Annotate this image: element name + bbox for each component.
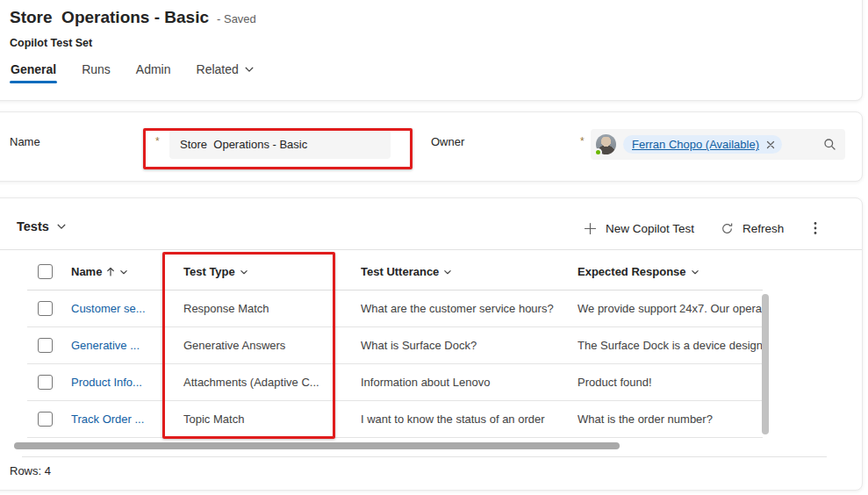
subgrid-toolbar: New Copilot Test Refresh — [584, 216, 817, 240]
test-type-cell: Response Match — [183, 302, 361, 315]
owner-lookup-field[interactable]: Ferran Chopo (Available) — [591, 129, 845, 160]
table-row: Track Order ... Topic Match I want to kn… — [27, 401, 763, 438]
presence-available-dot — [594, 148, 602, 156]
test-name-link[interactable]: Customer se... — [71, 302, 146, 315]
refresh-button[interactable]: Refresh — [721, 222, 784, 235]
test-type-cell: Attachments (Adaptive C... — [183, 376, 361, 389]
tab-general[interactable]: General — [10, 61, 57, 87]
save-status: - Saved — [217, 12, 256, 25]
tab-bar: General Runs Admin Related — [10, 61, 255, 87]
tests-section-header[interactable]: Tests — [17, 219, 67, 233]
tests-section-title: Tests — [17, 219, 49, 233]
table-row: Product Info... Attachments (Adaptive C.… — [27, 364, 763, 401]
vertical-ellipsis-icon[interactable] — [814, 221, 817, 235]
test-name-link[interactable]: Generative ... — [71, 339, 140, 352]
rows-count: Rows: 4 — [10, 464, 51, 477]
footer-divider — [22, 456, 827, 457]
record-header-card: Store Operations - Basic - Saved Copilot… — [0, 0, 863, 101]
chevron-down-icon — [240, 268, 248, 276]
table-header-row: Name Test Type — [27, 254, 763, 291]
expected-response-cell: We provide support 24x7. Our opera — [577, 302, 763, 315]
name-input[interactable]: Store Operations - Basic — [169, 130, 391, 159]
tab-related-label: Related — [197, 62, 239, 76]
expected-response-cell: The Surface Dock is a device designe — [577, 339, 763, 352]
table-body: Customer se... Response Match What are t… — [27, 291, 763, 438]
expected-response-cell: Product found! — [577, 376, 763, 389]
column-header-test-utterance[interactable]: Test Utterance — [361, 265, 577, 278]
table-row: Generative ... Generative Answers What i… — [27, 327, 763, 364]
test-type-cell: Topic Match — [183, 412, 361, 426]
test-utterance-cell: What is Surface Dock? — [361, 339, 577, 352]
page-title: Store Operations - Basic — [10, 8, 209, 27]
horizontal-scrollbar-thumb[interactable] — [14, 442, 620, 449]
test-type-cell: Generative Answers — [183, 339, 361, 352]
refresh-icon — [721, 222, 734, 235]
app-page: Store Operations - Basic - Saved Copilot… — [0, 0, 868, 495]
tab-runs[interactable]: Runs — [81, 61, 111, 87]
tab-admin-label: Admin — [136, 62, 171, 76]
tests-subgrid-card: Tests New Copilot Test Refresh — [0, 197, 863, 491]
column-header-test-type[interactable]: Test Type — [183, 265, 361, 278]
test-utterance-cell: I want to know the status of an order — [361, 412, 577, 426]
new-copilot-test-button[interactable]: New Copilot Test — [584, 222, 694, 235]
title-row: Store Operations - Basic - Saved — [10, 8, 256, 27]
column-header-name[interactable]: Name — [71, 265, 183, 278]
chevron-down-icon — [119, 268, 128, 276]
general-form-card: Name * Store Operations - Basic Owner * … — [0, 111, 863, 182]
toolbar-divider — [0, 249, 862, 250]
table-row: Customer se... Response Match What are t… — [27, 291, 763, 327]
tab-general-label: General — [11, 62, 56, 76]
vertical-scrollbar-thumb[interactable] — [762, 294, 769, 434]
select-all-checkbox[interactable] — [38, 264, 53, 279]
chevron-down-icon — [56, 221, 67, 232]
arrow-up-icon — [106, 267, 115, 276]
row-checkbox[interactable] — [38, 301, 53, 316]
row-checkbox[interactable] — [38, 375, 53, 390]
owner-field-label: Owner — [431, 135, 464, 148]
entity-type-label: Copilot Test Set — [10, 37, 92, 49]
name-field-label: Name — [10, 135, 40, 148]
expected-response-cell: What is the order number? — [577, 412, 763, 426]
test-name-link[interactable]: Product Info... — [71, 376, 142, 389]
new-copilot-test-label: New Copilot Test — [606, 222, 694, 235]
owner-record-link[interactable]: Ferran Chopo (Available) — [632, 138, 759, 151]
tab-runs-label: Runs — [82, 62, 111, 76]
chevron-down-icon — [244, 64, 255, 75]
tests-table: Name Test Type — [27, 254, 763, 438]
test-utterance-cell: What are the customer service hours? — [361, 302, 577, 315]
name-required-marker: * — [155, 135, 160, 147]
column-header-expected-response[interactable]: Expected Response — [577, 265, 763, 278]
tab-admin[interactable]: Admin — [135, 61, 172, 87]
test-name-link[interactable]: Track Order ... — [71, 412, 144, 426]
test-utterance-cell: Information about Lenovo — [361, 376, 577, 389]
plus-icon — [584, 222, 597, 235]
tab-related[interactable]: Related — [196, 61, 255, 87]
magnifier-icon[interactable] — [823, 138, 836, 151]
refresh-label: Refresh — [742, 222, 784, 235]
chevron-down-icon — [443, 268, 452, 276]
row-checkbox[interactable] — [38, 412, 53, 427]
close-x-icon[interactable] — [766, 140, 775, 149]
owner-record-pill: Ferran Chopo (Available) — [623, 135, 782, 154]
owner-required-marker: * — [580, 135, 585, 147]
chevron-down-icon — [691, 268, 699, 276]
owner-avatar — [596, 134, 616, 154]
row-checkbox[interactable] — [38, 338, 53, 353]
